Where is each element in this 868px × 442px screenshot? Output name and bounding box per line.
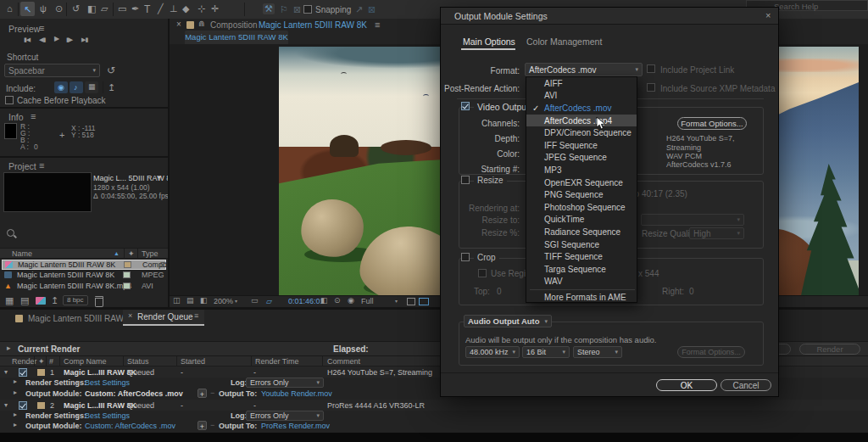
project-row[interactable]: ▲ Magic Lantern 5DIII RAW 8K.mp4 AVI: [2, 282, 166, 292]
item-swatch[interactable]: [37, 369, 45, 376]
close-icon[interactable]: ×: [765, 11, 771, 20]
shape-tool-icon[interactable]: ▭: [118, 4, 126, 14]
shortcut-select[interactable]: Spacebar ▾: [4, 64, 100, 77]
dual-view-icon[interactable]: ◧: [200, 297, 208, 305]
menu-item[interactable]: AIFF: [526, 77, 637, 90]
chevron-down-icon[interactable]: ▾: [395, 298, 398, 304]
chevron-down-icon[interactable]: ▾: [235, 298, 237, 304]
column-name[interactable]: Name: [12, 249, 32, 258]
reset-icon[interactable]: ↺: [107, 65, 115, 76]
zoom-tool-icon[interactable]: ⊙: [55, 4, 63, 14]
rotate-tool-icon[interactable]: ↺: [72, 4, 80, 14]
project-row[interactable]: Magic Lantern 5DIII RAW 8K MPEG: [2, 271, 166, 281]
render-checkbox[interactable]: [19, 401, 27, 410]
roto-brush-tool-icon[interactable]: ⊹: [198, 4, 205, 14]
tab-main-options[interactable]: Main Options: [463, 36, 515, 47]
output-to-value[interactable]: Youtube Render.mov: [261, 389, 332, 398]
search-icon[interactable]: [7, 229, 14, 237]
safe-zones-icon[interactable]: ▭: [251, 297, 259, 305]
menu-item[interactable]: JPEG Sequence: [526, 152, 637, 165]
brush-tool-icon[interactable]: ╱: [158, 4, 164, 14]
play-button[interactable]: ▶: [54, 36, 59, 42]
chevron-down-icon[interactable]: ▾: [252, 390, 254, 396]
zoom-level[interactable]: 200%: [214, 297, 233, 305]
lasso-icon[interactable]: ⊠: [293, 4, 301, 15]
home-icon[interactable]: ⌂: [7, 4, 13, 14]
region-of-interest-icon[interactable]: [407, 298, 415, 305]
transparency-grid-icon[interactable]: [419, 298, 429, 305]
pen-tool-icon[interactable]: ✒: [131, 4, 139, 14]
queue-item-row[interactable]: ▾ 2 Magic L...III RAW 8K Queued - - ProR…: [0, 400, 868, 411]
selection-tool-icon[interactable]: ↖: [24, 4, 31, 15]
menu-item[interactable]: IFF Sequence: [526, 139, 637, 152]
caret-open-icon[interactable]: ▾: [4, 402, 8, 409]
next-frame-button[interactable]: ▮▶: [66, 36, 72, 42]
caret-closed-icon[interactable]: ▸: [14, 411, 17, 418]
output-to-value[interactable]: ProRes Render.mov: [261, 422, 330, 430]
caret-open-icon[interactable]: ▾: [4, 369, 8, 376]
trash-icon[interactable]: [95, 296, 103, 307]
sort-asc-icon[interactable]: ▲: [114, 250, 120, 256]
menu-item[interactable]: Targa Sequence: [526, 263, 637, 276]
current-timecode[interactable]: 0:01:46:01: [288, 297, 325, 305]
snapping-checkbox[interactable]: [303, 5, 312, 14]
tab-color-management[interactable]: Color Management: [526, 36, 602, 47]
panel-menu-icon[interactable]: ≡: [39, 161, 44, 171]
menu-item[interactable]: TIFF Sequence: [526, 250, 637, 263]
panel-menu-icon[interactable]: ≡: [375, 20, 380, 30]
type-tool-icon[interactable]: T: [144, 4, 150, 14]
dialog-titlebar[interactable]: Output Module Settings ×: [441, 8, 778, 25]
caret-closed-icon[interactable]: ▸: [14, 378, 17, 385]
camera-tool-icon[interactable]: ◧: [87, 4, 96, 14]
menu-item-selected[interactable]: AfterCodecs .mov: [526, 102, 637, 115]
chevron-down-icon[interactable]: ▾: [252, 422, 254, 428]
format-options-button[interactable]: Format Options...: [677, 117, 747, 130]
new-comp-icon[interactable]: [36, 297, 46, 305]
snap-option-icon[interactable]: ⊠: [368, 4, 376, 15]
comp-swatch[interactable]: [186, 21, 194, 29]
column-type[interactable]: Type: [142, 249, 159, 258]
workspace-icon[interactable]: ⚐: [280, 4, 288, 15]
tab-render-queue[interactable]: × Render Queue ≡: [123, 310, 204, 326]
view-layout-icon[interactable]: ◫: [173, 297, 181, 305]
project-row-selected[interactable]: Magic Lantern 5DIII RAW 8K Compo ◫: [2, 260, 166, 270]
format-select[interactable]: AfterCodecs .mov ▾: [525, 63, 643, 76]
column-comment[interactable]: Comment: [327, 357, 360, 366]
snapshot-icon[interactable]: ◧: [320, 297, 328, 305]
close-icon[interactable]: ×: [176, 20, 181, 29]
snap-option-icon[interactable]: ↗: [355, 4, 363, 15]
log-select[interactable]: Errors Only ▾: [246, 411, 324, 421]
channels-icon[interactable]: ◉: [348, 297, 354, 305]
menu-item[interactable]: Photoshop Sequence: [526, 201, 637, 214]
use-region-checkbox[interactable]: [478, 269, 487, 277]
viewer-tab[interactable]: Magic Lantern 5DIII RAW 8K: [185, 31, 288, 44]
resize-checkbox[interactable]: [461, 176, 470, 184]
chevron-down-icon[interactable]: ▾: [76, 379, 79, 385]
first-frame-button[interactable]: ▮◀: [24, 36, 30, 42]
export-icon[interactable]: ↥: [108, 83, 115, 92]
export-icon[interactable]: ↥: [51, 296, 58, 305]
cancel-button[interactable]: Cancel: [721, 379, 771, 391]
add-output-button[interactable]: +: [198, 389, 207, 398]
menu-item-highlighted[interactable]: AfterCodecs .mp4: [526, 115, 637, 127]
menu-item[interactable]: Radiance Sequence: [526, 226, 637, 238]
ok-button[interactable]: OK: [656, 379, 717, 391]
chevron-down-icon[interactable]: ▾: [76, 412, 79, 418]
remove-output-icon[interactable]: −: [210, 422, 214, 429]
log-select[interactable]: Errors Only ▾: [246, 378, 324, 388]
include-xmp-checkbox[interactable]: [647, 83, 655, 92]
clone-stamp-tool-icon[interactable]: ⊥: [170, 4, 178, 14]
menu-item[interactable]: OpenEXR Sequence: [526, 176, 637, 189]
folder-icon[interactable]: ▤: [20, 296, 29, 305]
tag-icon[interactable]: ✦: [38, 357, 45, 366]
lock-icon[interactable]: ⋒: [198, 20, 205, 28]
column-number[interactable]: #: [49, 357, 53, 366]
composition-name[interactable]: Magic Lantern 5DIII RAW 8K: [259, 20, 367, 30]
menu-item[interactable]: AVI: [526, 90, 637, 103]
panel-menu-icon[interactable]: ≡: [194, 312, 198, 320]
cache-before-playback-checkbox[interactable]: [5, 96, 14, 104]
crop-checkbox[interactable]: [461, 253, 470, 261]
show-snapshot-icon[interactable]: ⊙: [334, 297, 341, 305]
render-checkbox[interactable]: [19, 368, 27, 377]
render-button[interactable]: Render: [799, 344, 860, 355]
